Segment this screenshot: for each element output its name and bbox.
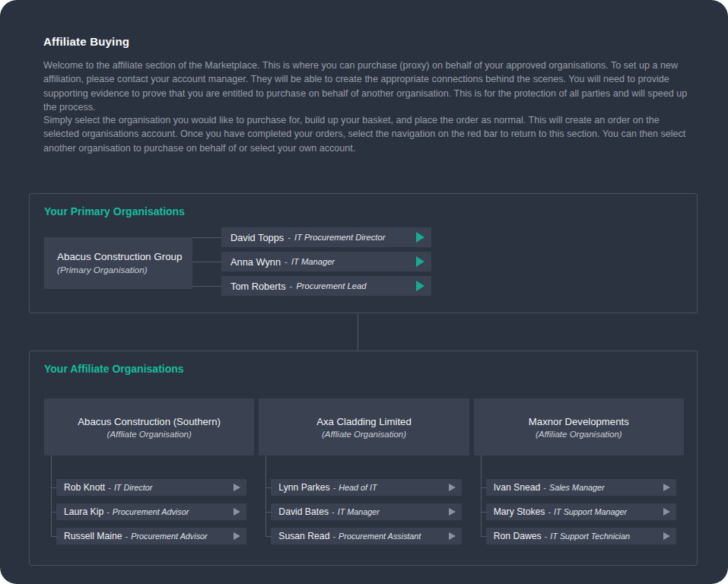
contact-name: Rob Knott xyxy=(64,482,105,493)
contact-role: Head of IT xyxy=(339,483,377,492)
contact-role: Procurement Lead xyxy=(296,281,366,290)
affiliate-contact-list: Rob Knott - IT Director Laura Kip - Proc… xyxy=(44,455,254,544)
affiliate-org-subtitle: (Affliate Organisation) xyxy=(322,430,406,439)
contact-role: IT Director xyxy=(114,483,152,492)
name-role-separator: - xyxy=(106,507,110,516)
connector-line xyxy=(51,536,57,537)
affiliate-org-subtitle: (Affiliate Organisation) xyxy=(536,430,622,439)
name-role-separator: - xyxy=(290,281,293,290)
name-role-separator: - xyxy=(332,507,335,516)
contact-role: Procurement Assistant xyxy=(339,532,421,541)
contact-role: Procurement Advisor xyxy=(113,507,189,516)
primary-org-subtitle: (Primary Organisation) xyxy=(57,265,192,275)
select-contact-play-icon[interactable] xyxy=(416,281,424,291)
primary-contact-list: David Topps - IT Procurement Director An… xyxy=(221,227,431,300)
name-role-separator: - xyxy=(108,483,111,492)
contact-name: Ron Dawes xyxy=(494,531,542,541)
connector-line xyxy=(51,487,57,488)
affiliate-columns: Abacus Construction (Southern) (Affliate… xyxy=(44,398,684,552)
contact-name: David Bates xyxy=(278,506,329,517)
affiliate-org-card: Axa Cladding Limited (Affliate Organisat… xyxy=(259,398,469,455)
select-contact-play-icon[interactable] xyxy=(234,508,240,516)
affiliate-contact-row-susan-read[interactable]: Susan Read - Procurement Assistant xyxy=(271,528,461,544)
primary-contact-row-tom-roberts[interactable]: Tom Roberts - Procurement Lead xyxy=(221,276,431,296)
name-role-separator: - xyxy=(545,532,548,541)
select-contact-play-icon[interactable] xyxy=(663,508,670,516)
affiliate-contact-list: Ivan Snead - Sales Manager Mary Stokes -… xyxy=(474,455,684,544)
contact-name: David Topps xyxy=(230,232,284,243)
connector-line xyxy=(51,512,57,513)
name-role-separator: - xyxy=(543,483,546,492)
connector-line xyxy=(192,237,221,238)
select-contact-play-icon[interactable] xyxy=(234,484,240,491)
primary-contact-row-anna-wynn[interactable]: Anna Wynn - IT Manager xyxy=(221,252,431,271)
affiliate-org-name: Maxnor Developments xyxy=(529,416,629,427)
connector-line xyxy=(481,512,487,513)
affiliate-org-name: Axa Cladding Limited xyxy=(316,416,412,427)
affiliate-org-column-maxnor: Maxnor Developments (Affiliate Organisat… xyxy=(474,398,684,552)
intro-paragraph-2: Simply select the organisation you would… xyxy=(43,113,695,155)
primary-org-card: Abacus Construction Group (Primary Organ… xyxy=(44,237,192,289)
name-role-separator: - xyxy=(126,532,129,541)
connector-line xyxy=(51,455,52,536)
affiliate-contact-row-laura-kip[interactable]: Laura Kip - Procurement Advisor xyxy=(56,503,246,520)
contact-name: Lynn Parkes xyxy=(278,482,329,493)
name-role-separator: - xyxy=(548,507,551,516)
contact-name: Tom Roberts xyxy=(230,281,286,292)
select-contact-play-icon[interactable] xyxy=(449,508,456,516)
contact-name: Anna Wynn xyxy=(230,256,281,268)
connector-line xyxy=(481,455,482,536)
connector-line xyxy=(481,536,487,537)
select-contact-play-icon[interactable] xyxy=(449,484,456,491)
select-contact-play-icon[interactable] xyxy=(663,484,670,491)
connector-line xyxy=(265,455,266,536)
select-contact-play-icon[interactable] xyxy=(234,532,240,540)
connector-line xyxy=(265,487,272,488)
affiliate-contact-row-lynn-parkes[interactable]: Lynn Parkes - Head of IT xyxy=(271,479,461,496)
contact-name: Ivan Snead xyxy=(494,482,541,493)
contact-name: Susan Read xyxy=(278,531,329,541)
affiliate-org-column-abacus-southern: Abacus Construction (Southern) (Affliate… xyxy=(44,398,254,552)
affiliate-org-subtitle: (Affliate Organisation) xyxy=(107,430,192,439)
affiliate-buying-page: Affiliate Buying Welcome to the affiliat… xyxy=(0,0,728,584)
affiliate-organisations-panel: Your Affiliate Organisations Abacus Cons… xyxy=(29,351,698,566)
contact-role: IT Procurement Director xyxy=(294,233,385,242)
affiliate-contact-row-mary-stokes[interactable]: Mary Stokes - IT Support Manager xyxy=(486,503,676,520)
connector-line xyxy=(265,512,272,513)
contact-role: IT Support Technician xyxy=(550,532,630,541)
contact-role: Sales Manager xyxy=(549,483,605,492)
affiliate-contact-row-ivan-snead[interactable]: Ivan Snead - Sales Manager xyxy=(486,479,676,496)
name-role-separator: - xyxy=(285,257,288,266)
contact-role: Procurement Advisor xyxy=(131,532,207,541)
name-role-separator: - xyxy=(288,233,291,242)
connector-line xyxy=(192,286,221,287)
affiliate-contact-row-ron-dawes[interactable]: Ron Dawes - IT Support Technician xyxy=(486,528,676,544)
connector-line xyxy=(265,536,272,537)
select-contact-play-icon[interactable] xyxy=(449,532,456,540)
name-role-separator: - xyxy=(333,483,336,492)
affiliate-org-column-axa-cladding: Axa Cladding Limited (Affliate Organisat… xyxy=(259,398,469,552)
connector-line xyxy=(192,262,221,262)
primary-org-name: Abacus Construction Group xyxy=(57,251,192,262)
connector-line xyxy=(481,487,487,488)
contact-role: IT Manager xyxy=(291,257,335,266)
affiliate-org-name: Abacus Construction (Southern) xyxy=(78,416,221,427)
affiliate-organisations-heading: Your Affiliate Organisations xyxy=(44,363,184,375)
affiliate-contact-list: Lynn Parkes - Head of IT David Bates - I… xyxy=(259,455,469,544)
affiliate-contact-row-rob-knott[interactable]: Rob Knott - IT Director xyxy=(56,479,246,496)
affiliate-org-card: Maxnor Developments (Affiliate Organisat… xyxy=(474,398,684,455)
select-contact-play-icon[interactable] xyxy=(663,532,670,540)
primary-contact-row-david-topps[interactable]: David Topps - IT Procurement Director xyxy=(221,227,431,247)
primary-organisations-panel: Your Primary Organisations Abacus Constr… xyxy=(29,193,698,313)
intro-paragraph-1: Welcome to the affiliate section of the … xyxy=(43,59,695,114)
affiliate-org-card: Abacus Construction (Southern) (Affliate… xyxy=(44,398,254,455)
contact-role: IT Support Manager xyxy=(554,507,627,516)
contact-role: IT Manager xyxy=(338,507,380,516)
select-contact-play-icon[interactable] xyxy=(416,232,424,243)
contact-name: Laura Kip xyxy=(64,506,103,517)
section-connector-line xyxy=(358,314,358,351)
affiliate-contact-row-russell-maine[interactable]: Russell Maine - Procurement Advisor xyxy=(56,528,246,544)
page-title: Affiliate Buying xyxy=(43,35,129,48)
select-contact-play-icon[interactable] xyxy=(416,256,424,267)
affiliate-contact-row-david-bates[interactable]: David Bates - IT Manager xyxy=(271,503,461,520)
